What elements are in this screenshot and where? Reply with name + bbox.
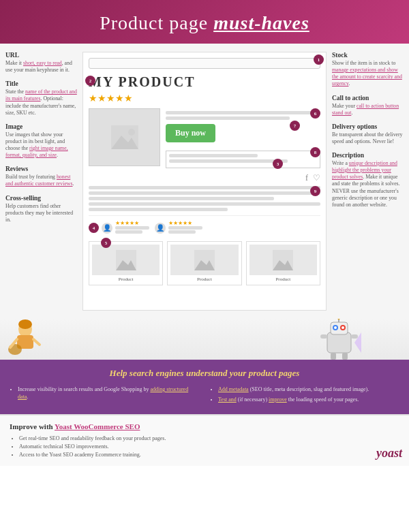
improve-text: Improve with Yoast WooCommerce SEO Get r…: [10, 422, 393, 459]
sidebar-item-title: Title State the name of the product and …: [5, 80, 77, 116]
svg-rect-26: [351, 334, 358, 339]
sidebar-item-description: Description Write a unique description a…: [332, 152, 404, 208]
yoast-woocommerce-link[interactable]: Yoast WooCommerce SEO: [55, 422, 140, 431]
sidebar-image-title: Image: [5, 123, 77, 130]
cta-link[interactable]: call to action button stand out: [332, 103, 399, 116]
product-card-2: Product: [167, 241, 241, 285]
mock-search-bar: [89, 58, 320, 69]
metadata-link[interactable]: Add metadata: [218, 386, 249, 392]
image-link[interactable]: right image name, format, quality, and s…: [5, 145, 68, 158]
badge-4: 4: [89, 223, 99, 233]
badge-9: 9: [310, 186, 320, 196]
product-card-label-3: Product: [275, 277, 290, 282]
improve-item-1: Get real-time SEO and readability feedba…: [19, 435, 393, 443]
svg-line-14: [33, 339, 40, 345]
mock-right-content: 6 7 Buy now 8: [166, 108, 320, 168]
url-link[interactable]: short, easy to read: [23, 60, 62, 66]
badge-7: 7: [290, 121, 300, 131]
product-card-3: Product: [246, 241, 320, 285]
badge-8: 8: [310, 147, 320, 157]
mock-stars: ★★★★★: [89, 93, 320, 104]
mock-social-icons: f ♡: [89, 173, 320, 183]
sidebar-delivery-text: Be transparent about the delivery speed …: [332, 131, 404, 145]
sidebar-item-stock: Stock Show if the item is in stock to ma…: [332, 52, 404, 88]
badge-3: 3: [273, 159, 283, 169]
seo-item-1: Increase visibility in search results an…: [18, 386, 199, 401]
badge-2: 2: [85, 76, 95, 86]
sidebar-url-text: Make it short, easy to read, and use you…: [5, 60, 77, 74]
improve-title: Improve with Yoast WooCommerce SEO: [10, 422, 393, 431]
main-content: URL Make it short, easy to read, and use…: [0, 44, 409, 319]
stock-link[interactable]: manage expectations and show the amount …: [332, 67, 402, 87]
buy-now-button[interactable]: Buy now: [166, 124, 215, 142]
svg-rect-15: [327, 332, 351, 353]
product-card-image-3: [249, 245, 317, 275]
sidebar-item-crossselling: Cross-selling Help customers find other …: [5, 195, 77, 223]
sidebar-crossselling-title: Cross-selling: [5, 195, 77, 202]
mock-reviews-section: 4 👤 ★★★★★ 👤 ★★★★★: [89, 215, 320, 236]
improve-list: Get real-time SEO and readability feedba…: [10, 435, 393, 459]
product-card-label-2: Product: [197, 277, 212, 282]
review-item-2: 👤 ★★★★★: [155, 220, 202, 236]
sidebar-crossselling-text: Help customers find other products they …: [5, 203, 77, 223]
svg-point-20: [342, 326, 344, 329]
sidebar-item-cta: Call to action Make your call to action …: [332, 95, 404, 116]
svg-point-22: [337, 319, 340, 319]
seo-item-3: Test and (if necessary) improve the load…: [218, 396, 399, 403]
header: Product page must-haves: [0, 0, 409, 44]
sidebar-description-title: Description: [332, 152, 404, 159]
reviews-link[interactable]: honest and authentic customer reviews: [5, 174, 73, 187]
description-link[interactable]: unique description and highlight the pro…: [332, 160, 397, 180]
sidebar-cta-title: Call to action: [332, 95, 404, 101]
sidebar-item-reviews: Reviews Build trust by featuring honest …: [5, 166, 77, 187]
product-card-label-1: Product: [119, 277, 134, 282]
improve-section: Improve with Yoast WooCommerce SEO Get r…: [0, 414, 409, 466]
seo-col-2: Add metadata (SEO title, meta descriptio…: [210, 386, 399, 406]
improve-item-3: Access to the Yoast SEO academy Ecommerc…: [19, 451, 393, 459]
review-item-1: 4 👤 ★★★★★: [89, 220, 149, 236]
facebook-icon: f: [305, 173, 308, 183]
product-card-1: Product: [89, 241, 163, 285]
sidebar-item-url: URL Make it short, easy to read, and use…: [5, 52, 77, 74]
improve-item-2: Automatic technical SEO improvements.: [19, 443, 393, 451]
sidebar-stock-title: Stock: [332, 52, 404, 59]
sidebar-image-text: Use images that show your product in its…: [5, 131, 77, 159]
heart-icon: ♡: [313, 173, 320, 183]
seo-item-2: Add metadata (SEO title, meta descriptio…: [218, 386, 399, 393]
structured-data-link[interactable]: adding structured data: [18, 386, 188, 400]
yoast-logo: yoast: [376, 446, 402, 460]
reviewer-avatar-1: 👤: [102, 223, 112, 234]
badge-5: 5: [101, 238, 111, 248]
mock-product-image: [89, 108, 160, 166]
sidebar-item-delivery: Delivery options Be transparent about th…: [332, 123, 404, 145]
reviewer-avatar-2: 👤: [155, 223, 166, 234]
sidebar-stock-text: Show if the item is in stock to manage e…: [332, 60, 404, 88]
svg-rect-25: [320, 334, 327, 339]
svg-point-10: [18, 319, 32, 329]
right-sidebar: Stock Show if the item is in stock to ma…: [332, 52, 404, 311]
svg-rect-24: [342, 353, 348, 360]
sidebar-reviews-title: Reviews: [5, 166, 77, 172]
mock-description-lines: [166, 111, 320, 120]
svg-rect-23: [331, 353, 336, 360]
sidebar-reviews-text: Build trust by featuring honest and auth…: [5, 174, 77, 187]
seo-col-1: Increase visibility in search results an…: [10, 386, 199, 406]
product-card-image-2: [170, 245, 238, 275]
page-title: Product page must-haves: [14, 12, 395, 34]
sidebar-title-title: Title: [5, 80, 77, 87]
sidebar-title-text: State the name of the product and its ma…: [5, 89, 77, 116]
title-link[interactable]: name of the product and its main feature…: [5, 89, 77, 101]
seo-section: Help search engines understand your prod…: [0, 360, 409, 414]
mock-price-box: [166, 151, 320, 168]
sidebar-delivery-title: Delivery options: [332, 123, 404, 130]
mock-product-title: MY PRODUCT: [89, 74, 320, 90]
person-illustration: [7, 319, 44, 360]
badge-6: 6: [310, 108, 320, 119]
badge-1: 1: [314, 54, 324, 65]
improve-link[interactable]: improve: [269, 396, 287, 403]
robot-illustration: [317, 319, 361, 360]
test-link[interactable]: Test and: [218, 396, 237, 403]
sidebar-item-image: Image Use images that show your product …: [5, 123, 77, 159]
character-area: [0, 319, 409, 360]
svg-point-2: [128, 129, 135, 136]
